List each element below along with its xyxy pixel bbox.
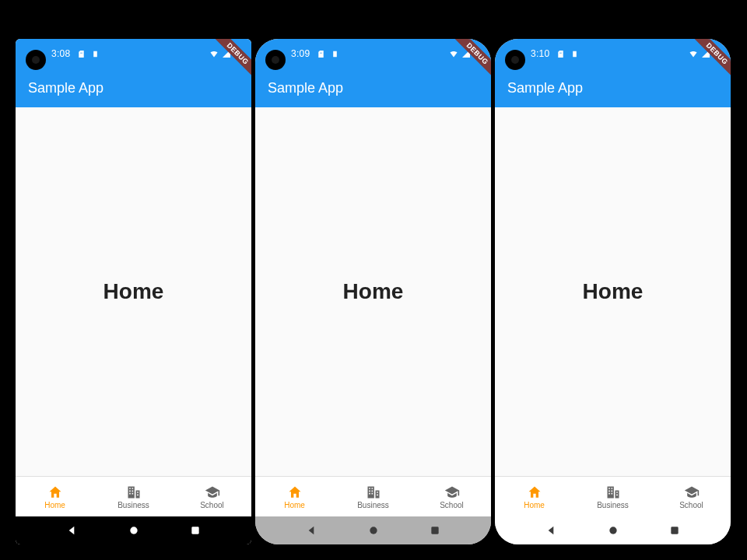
- home-icon: [47, 484, 64, 501]
- home-button[interactable]: [607, 524, 619, 537]
- bottom-nav: Home Business School: [255, 476, 491, 516]
- system-nav-bar: [495, 516, 731, 544]
- bottom-nav: Home Business School: [495, 476, 731, 516]
- nav-item-school[interactable]: School: [652, 477, 731, 516]
- svg-rect-8: [672, 527, 679, 534]
- svg-rect-2: [192, 527, 199, 534]
- nav-item-business[interactable]: Business: [334, 477, 412, 516]
- page-heading: Home: [103, 279, 164, 304]
- app-bar: Sample App: [255, 68, 491, 107]
- nav-item-home[interactable]: Home: [16, 477, 94, 516]
- nav-item-business[interactable]: Business: [94, 477, 173, 516]
- status-bar: 3:09: [255, 39, 491, 68]
- phone-screenshot: DEBUG 3:10 Sample App Home: [495, 39, 731, 544]
- nav-label: Home: [524, 502, 545, 509]
- wifi-icon: [689, 49, 698, 58]
- nav-item-home[interactable]: Home: [255, 477, 334, 516]
- nav-item-business[interactable]: Business: [573, 477, 652, 516]
- page-content: Home: [255, 107, 491, 476]
- status-clock: 3:08: [51, 48, 71, 59]
- app-bar: Sample App: [16, 68, 251, 107]
- nav-item-school[interactable]: School: [412, 477, 491, 516]
- wifi-icon: [209, 49, 219, 58]
- camera-punch-hole: [265, 50, 286, 70]
- nav-label: Business: [117, 502, 149, 509]
- app-title: Sample App: [507, 80, 583, 96]
- school-icon: [204, 484, 221, 501]
- wifi-icon: [449, 49, 458, 58]
- phone-screenshot: DEBUG 3:09 Sample App Home: [255, 39, 491, 544]
- svg-marker-0: [68, 527, 74, 535]
- app-bar: Sample App: [495, 68, 731, 107]
- school-icon: [444, 484, 461, 501]
- recents-button[interactable]: [189, 524, 202, 537]
- nav-label: Business: [597, 502, 629, 509]
- device-icon: [570, 49, 580, 58]
- sim-icon: [77, 49, 86, 58]
- sim-icon: [556, 49, 566, 58]
- business-icon: [605, 484, 622, 501]
- school-icon: [683, 484, 700, 501]
- nav-item-school[interactable]: School: [173, 477, 251, 516]
- home-icon: [526, 484, 543, 501]
- home-button[interactable]: [367, 524, 380, 537]
- svg-rect-5: [432, 527, 439, 534]
- status-clock: 3:10: [531, 48, 550, 59]
- status-bar: 3:08: [16, 39, 251, 68]
- nav-label: School: [200, 502, 224, 509]
- device-icon: [91, 49, 100, 58]
- page-content: Home: [16, 107, 251, 476]
- sim-icon: [317, 49, 326, 58]
- app-title: Sample App: [268, 80, 343, 96]
- back-button[interactable]: [305, 524, 317, 537]
- recents-button[interactable]: [668, 524, 681, 537]
- business-icon: [125, 484, 142, 501]
- nav-label: Home: [44, 502, 65, 509]
- phones-row: DEBUG 3:08: [16, 39, 731, 544]
- status-bar: 3:10: [495, 39, 731, 68]
- page-heading: Home: [343, 279, 404, 304]
- nav-label: School: [679, 502, 703, 509]
- nav-label: School: [440, 502, 464, 509]
- nav-item-home[interactable]: Home: [495, 477, 573, 516]
- status-clock: 3:09: [291, 48, 310, 59]
- home-button[interactable]: [128, 524, 140, 537]
- home-icon: [286, 484, 303, 501]
- svg-point-7: [609, 527, 616, 534]
- page-content: Home: [495, 107, 731, 476]
- svg-point-4: [370, 527, 377, 534]
- recents-button[interactable]: [429, 524, 441, 537]
- nav-label: Business: [357, 502, 389, 509]
- phone-screenshot: DEBUG 3:08: [16, 39, 251, 544]
- bottom-nav: Home Business School: [16, 476, 251, 516]
- system-nav-bar: [255, 516, 491, 544]
- app-title: Sample App: [28, 80, 103, 96]
- svg-marker-3: [308, 527, 314, 535]
- back-button[interactable]: [65, 524, 78, 537]
- svg-marker-6: [548, 527, 553, 535]
- camera-punch-hole: [505, 50, 525, 70]
- business-icon: [365, 484, 382, 501]
- page-heading: Home: [583, 279, 644, 304]
- back-button[interactable]: [545, 524, 557, 537]
- device-icon: [331, 49, 340, 58]
- nav-label: Home: [284, 502, 305, 509]
- svg-point-1: [130, 527, 137, 534]
- camera-punch-hole: [26, 50, 46, 70]
- system-nav-bar: [16, 516, 251, 544]
